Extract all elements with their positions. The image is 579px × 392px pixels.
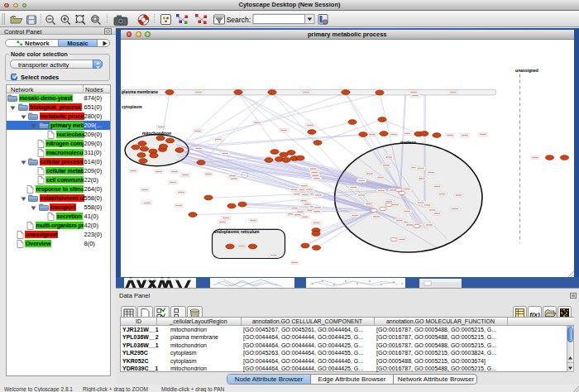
svg-text:nucleus: nucleus [400,140,416,145]
svg-text:mitochondrion: mitochondrion [142,130,171,135]
svg-text:endoplasmic reticulum: endoplasmic reticulum [214,229,260,234]
svg-text:Search:: Search: [227,16,251,24]
svg-text:unassigned: unassigned [515,68,538,73]
svg-text:plasma membrane: plasma membrane [122,89,158,94]
svg-text:cytoplasm: cytoplasm [122,104,142,109]
